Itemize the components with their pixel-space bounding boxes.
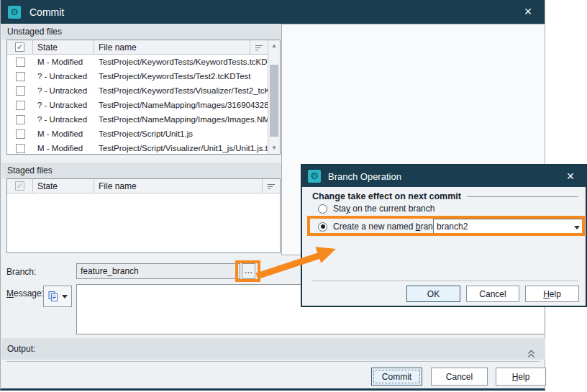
row-checkbox[interactable] (16, 72, 25, 81)
table-row[interactable]: ? - Untracked TestProject/KeywordTests/V… (7, 83, 268, 98)
app-gear-icon: ⚙ (308, 170, 321, 183)
radio-create-named-branch[interactable]: Create a new named branch (318, 222, 442, 232)
select-all-checkbox[interactable]: ✓ (15, 42, 24, 52)
row-checkbox[interactable] (16, 115, 25, 124)
scroll-down-icon[interactable]: ▼ (268, 142, 280, 154)
staged-files-label: Staged files (1, 163, 281, 178)
vertical-scrollbar[interactable]: ▲ ▼ (268, 40, 280, 154)
close-icon[interactable]: × (519, 4, 537, 19)
help-button[interactable]: Help (525, 286, 579, 302)
radio-label: Create a new named branch (333, 222, 442, 232)
output-section-bar: Output: (1, 338, 545, 360)
ok-button[interactable]: OK (406, 286, 460, 302)
branch-browse-button[interactable]: … (242, 263, 255, 279)
output-label: Output: (7, 344, 35, 354)
branch-field[interactable]: feature_branch (76, 263, 240, 279)
radio-circle-selected[interactable] (318, 222, 327, 232)
column-header-filename[interactable]: File name (94, 179, 263, 193)
row-checkbox[interactable] (16, 58, 25, 67)
row-checkbox[interactable] (16, 144, 25, 153)
message-label: Message: (6, 288, 44, 298)
select-all-checkbox-disabled: ✓ (15, 181, 24, 191)
radio-stay-current-branch[interactable]: Stay on the current branch (318, 204, 434, 214)
radio-circle[interactable] (318, 204, 327, 214)
unstaged-table-header: ✓ State File name (7, 40, 268, 55)
commit-dialog-titlebar: ⚙ Commit × (1, 0, 545, 24)
column-header-state[interactable]: State (33, 40, 94, 54)
row-checkbox[interactable] (16, 101, 25, 110)
staged-files-table: ✓ State File name (6, 178, 281, 253)
table-row[interactable]: ? - Untracked TestProject/NameMapping/Im… (7, 112, 268, 127)
row-filename: TestProject/NameMapping/Images/Images.NM… (94, 115, 268, 124)
select-all-cell: ✓ (7, 40, 33, 54)
row-state: ? - Untracked (33, 86, 94, 95)
chevron-down-icon[interactable] (574, 226, 580, 229)
row-state: ? - Untracked (33, 115, 94, 124)
row-checkbox[interactable] (16, 129, 25, 139)
table-row[interactable]: M - Modified TestProject/Script/Visualiz… (7, 141, 268, 154)
row-state: ? - Untracked (33, 101, 94, 109)
copy-pages-icon (47, 291, 59, 302)
screenshot-stage: ⚙ Commit × Unstaged files ✓ State File n… (0, 0, 587, 392)
row-filename: TestProject/KeywordTests/Visualizer/Test… (94, 86, 268, 95)
sort-icon[interactable] (263, 179, 280, 193)
help-button[interactable]: Help (496, 368, 546, 386)
row-filename: TestProject/KeywordTests/Test2.tcKDTest (94, 72, 268, 81)
table-row[interactable]: ? - Untracked TestProject/NameMapping/Im… (7, 98, 268, 112)
scroll-up-icon[interactable]: ▲ (268, 40, 280, 52)
cancel-button[interactable]: Cancel (431, 368, 488, 386)
row-filename: TestProject/Script/Visualizer/Unit1_js/U… (94, 144, 268, 152)
table-row[interactable]: M - Modified TestProject/Script/Unit1.js (7, 127, 268, 141)
row-filename: TestProject/KeywordTests/KeywordTests.tc… (94, 58, 268, 66)
close-icon[interactable]: × (561, 168, 580, 184)
popup-separator (312, 281, 578, 281)
group-heading: Change take effect on next commit (312, 191, 578, 201)
branch-name-value: branch2 (437, 222, 468, 232)
row-state: M - Modified (33, 129, 94, 138)
table-row[interactable]: ? - Untracked TestProject/KeywordTests/T… (7, 69, 268, 83)
row-state: ? - Untracked (33, 72, 94, 81)
dialog-title: Commit (29, 6, 64, 18)
group-title: Change take effect on next commit (312, 191, 461, 201)
app-gear-icon: ⚙ (8, 6, 21, 19)
staged-table-header: ✓ State File name (7, 179, 280, 193)
unstaged-files-label: Unstaged files (1, 24, 281, 40)
row-filename: TestProject/Script/Unit1.js (94, 129, 268, 138)
branch-operation-titlebar: ⚙ Branch Operation × (302, 165, 586, 187)
new-branch-name-combobox[interactable]: branch2 (433, 219, 585, 234)
message-template-button[interactable] (43, 286, 72, 307)
branch-operation-dialog: ⚙ Branch Operation × Change take effect … (301, 164, 587, 307)
column-header-filename[interactable]: File name (94, 40, 250, 54)
table-row[interactable]: M - Modified TestProject/KeywordTests/Ke… (7, 55, 268, 69)
sort-icon[interactable] (250, 40, 268, 54)
select-all-cell: ✓ (7, 179, 33, 193)
group-rule (467, 196, 578, 197)
row-filename: TestProject/NameMapping/Images/316904328… (94, 101, 268, 109)
row-state: M - Modified (33, 58, 94, 66)
branch-label: Branch: (6, 267, 36, 277)
row-checkbox[interactable] (16, 86, 25, 96)
footer-separator (6, 361, 540, 362)
scrollbar-thumb[interactable] (270, 65, 278, 137)
popup-title: Branch Operation (328, 171, 401, 182)
collapse-chevrons-icon[interactable] (527, 345, 535, 366)
commit-button[interactable]: Commit (371, 368, 422, 386)
radio-label: Stay on the current branch (333, 204, 434, 214)
row-state: M - Modified (33, 144, 94, 152)
unstaged-files-table: ✓ State File name M - Modified TestProje… (6, 40, 281, 155)
column-header-state[interactable]: State (33, 179, 94, 193)
chevron-down-icon (62, 295, 68, 298)
cancel-button[interactable]: Cancel (466, 286, 519, 302)
